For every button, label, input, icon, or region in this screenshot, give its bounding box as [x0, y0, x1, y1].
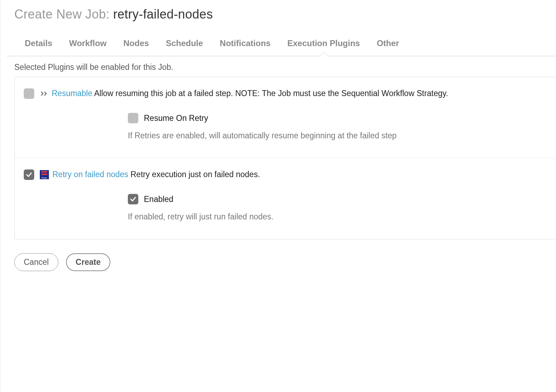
- plugin-retry-checkbox[interactable]: [24, 169, 34, 180]
- plugin-retry-description: Retry execution just on failed nodes.: [131, 170, 260, 179]
- plugin-retry-link[interactable]: Retry on failed nodes: [52, 170, 128, 179]
- tab-other[interactable]: Other: [376, 35, 400, 56]
- plugin-retry-head: Plugin Retry on failed nodes Retry execu…: [24, 169, 547, 180]
- resume-on-retry-help: If Retries are enabled, will automatical…: [128, 131, 547, 140]
- tabs: Details Workflow Nodes Schedule Notifica…: [7, 35, 556, 56]
- plugin-icon: Plugin: [40, 170, 49, 179]
- plugin-resumable-checkbox[interactable]: [24, 88, 34, 99]
- retry-enabled-label: Enabled: [144, 195, 173, 204]
- create-job-page: Create New Job: retry-failed-nodes Detai…: [0, 0, 556, 392]
- cancel-button[interactable]: Cancel: [14, 253, 58, 271]
- chevrons-right-icon: [41, 90, 48, 97]
- tab-details[interactable]: Details: [24, 35, 53, 56]
- tab-workflow[interactable]: Workflow: [68, 35, 108, 56]
- plugin-resumable: Resumable Allow resuming this job at a f…: [15, 77, 556, 158]
- plugin-resumable-description: Allow resuming this job at a failed step…: [94, 89, 448, 98]
- retry-enabled-help: If enabled, retry will just run failed n…: [128, 212, 547, 222]
- plugins-panel: Resumable Allow resuming this job at a f…: [14, 77, 556, 239]
- create-button[interactable]: Create: [66, 253, 111, 271]
- page-title: Create New Job: retry-failed-nodes: [7, 7, 556, 22]
- plugin-retry-option: Enabled If enabled, retry will just run …: [128, 194, 547, 222]
- plugin-resumable-link[interactable]: Resumable: [52, 89, 92, 98]
- title-prefix: Create New Job:: [14, 7, 113, 21]
- resume-on-retry-label: Resume On Retry: [144, 114, 208, 123]
- plugins-subheading: Selected Plugins will be enabled for thi…: [7, 56, 556, 77]
- plugin-resumable-head: Resumable Allow resuming this job at a f…: [24, 88, 547, 99]
- title-job-name: retry-failed-nodes: [113, 7, 213, 21]
- plugin-resumable-option: Resume On Retry If Retries are enabled, …: [128, 113, 547, 140]
- plugin-retry-failed-nodes: Plugin Retry on failed nodes Retry execu…: [15, 158, 556, 239]
- resume-on-retry-checkbox[interactable]: [128, 113, 138, 123]
- tab-execution-plugins[interactable]: Execution Plugins: [287, 35, 361, 56]
- footer-actions: Cancel Create: [7, 239, 556, 271]
- retry-enabled-checkbox[interactable]: [128, 194, 138, 204]
- tab-nodes[interactable]: Nodes: [123, 35, 149, 56]
- tab-notifications[interactable]: Notifications: [219, 35, 271, 56]
- tab-schedule[interactable]: Schedule: [165, 35, 204, 56]
